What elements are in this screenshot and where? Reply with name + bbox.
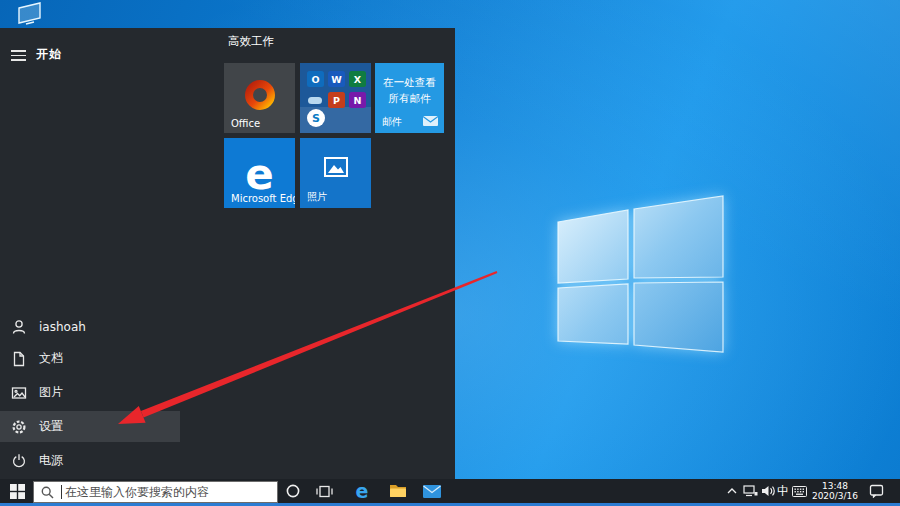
sidebar-item-label: iashoah [39,320,86,334]
taskbar: 在这里输入你要搜索的内容 e [0,479,900,506]
powerpoint-icon: P [328,92,345,108]
text-caret [61,485,62,499]
office-logo-icon [243,77,277,113]
tile-label: Microsoft Edge [231,193,295,204]
start-button[interactable] [4,479,30,503]
sidebar-item-power[interactable]: 电源 [0,444,180,477]
sidebar-item-settings[interactable]: 设置 [0,411,180,442]
skype-icon: S [307,109,325,127]
tile-microsoft-edge[interactable]: e Microsoft Edge [224,138,295,208]
speaker-icon [761,485,775,497]
network-icon [743,485,758,497]
cortana-button[interactable] [281,479,305,503]
mail-icon [423,485,441,498]
edge-icon: e [356,480,369,502]
chevron-up-icon [727,488,737,494]
excel-icon: X [349,71,366,87]
pictures-icon [11,385,27,401]
sidebar-item-label: 设置 [39,418,63,435]
action-center-button[interactable] [864,479,888,503]
this-pc-desktop-icon[interactable] [13,1,45,29]
onenote-icon: N [349,92,366,108]
power-icon [11,453,27,469]
hidden-icons-button[interactable] [722,479,742,503]
tile-office365-live[interactable]: O W X P N S [300,63,371,133]
task-view-button[interactable] [312,479,336,503]
sidebar-item-label: 图片 [39,384,63,401]
sidebar-item-label: 文档 [39,350,63,367]
search-placeholder: 在这里输入你要搜索的内容 [65,484,209,501]
folder-icon [389,484,407,498]
file-explorer-button[interactable] [386,479,410,503]
user-icon [11,319,27,335]
search-input[interactable]: 在这里输入你要搜索的内容 [33,481,278,503]
clock-time: 13:48 [822,481,848,492]
keyboard-icon [792,486,807,497]
touch-keyboard-button[interactable] [789,479,809,503]
onedrive-icon [308,97,322,104]
cortana-icon [286,484,300,498]
tile-label: Office [231,118,260,129]
tile-group-title: 高效工作 [228,34,274,49]
document-icon [11,351,27,367]
mail-taskbar-button[interactable] [420,479,444,503]
search-icon [41,486,54,499]
tile-mail[interactable]: 在一处查看所有邮件 邮件 [375,63,444,133]
word-icon: W [328,71,345,87]
tile-label: 邮件 [382,115,402,129]
tile-photos[interactable]: 照片 [300,138,371,208]
tile-office[interactable]: Office [224,63,295,133]
envelope-icon [423,116,438,126]
sidebar-item-label: 电源 [39,452,63,469]
edge-taskbar-button[interactable]: e [350,479,374,503]
sidebar-item-pictures[interactable]: 图片 [0,376,180,409]
hamburger-menu-icon[interactable] [11,50,26,61]
sidebar-item-user[interactable]: iashoah [0,310,180,343]
outlook-icon: O [307,71,324,87]
sidebar-item-documents[interactable]: 文档 [0,342,180,375]
clock-date: 2020/3/16 [812,491,858,502]
edge-logo-icon: e [245,160,274,190]
task-view-icon [316,485,333,498]
start-menu-header: 开始 [0,36,180,66]
screen: 开始 iashoah 文档 图片 设置 [0,0,900,506]
start-menu-title: 开始 [36,46,62,63]
mail-tile-promo-text: 在一处查看所有邮件 [375,74,444,106]
network-button[interactable] [740,479,760,503]
action-center-icon [869,484,884,498]
start-menu: 开始 iashoah 文档 图片 设置 [0,28,455,479]
tile-label: 照片 [307,190,327,204]
photos-icon [323,156,349,178]
clock[interactable]: 13:48 2020/3/16 [811,479,859,503]
gear-icon [11,419,27,435]
windows-logo-icon [10,484,25,499]
